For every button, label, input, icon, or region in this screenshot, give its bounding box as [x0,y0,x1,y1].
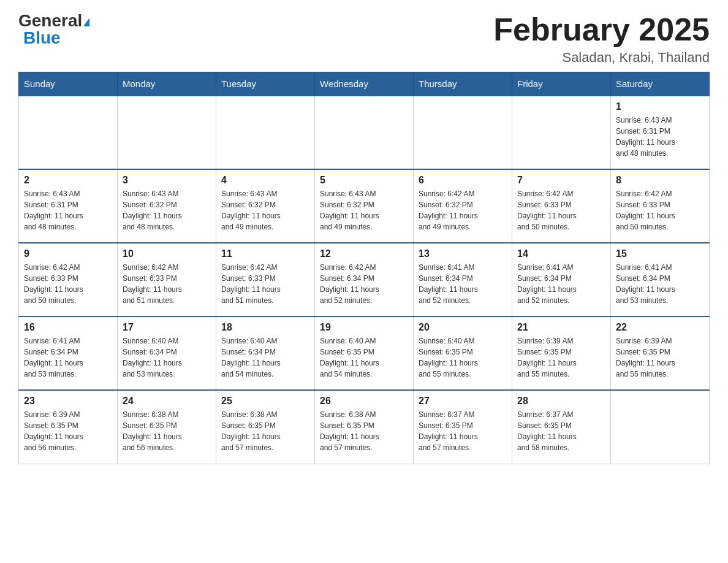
calendar-table: SundayMondayTuesdayWednesdayThursdayFrid… [18,72,710,464]
day-number: 12 [320,248,408,259]
day-info: Sunrise: 6:39 AMSunset: 6:35 PMDaylight:… [616,335,704,380]
logo: General Blue [18,12,89,47]
logo-blue-text: Blue [23,29,61,47]
day-of-week-header: Friday [512,72,611,96]
day-number: 18 [221,322,309,333]
day-number: 5 [320,175,408,186]
calendar-cell: 27Sunrise: 6:37 AMSunset: 6:35 PMDayligh… [414,390,512,464]
day-number: 10 [123,248,211,259]
day-of-week-header: Saturday [611,72,710,96]
calendar-week-row: 16Sunrise: 6:41 AMSunset: 6:34 PMDayligh… [19,316,710,390]
day-info: Sunrise: 6:38 AMSunset: 6:35 PMDaylight:… [320,409,408,453]
day-info: Sunrise: 6:42 AMSunset: 6:33 PMDaylight:… [517,188,605,232]
day-number: 20 [419,322,507,333]
day-info: Sunrise: 6:41 AMSunset: 6:34 PMDaylight:… [419,262,507,306]
calendar-cell [216,96,315,169]
calendar-cell: 17Sunrise: 6:40 AMSunset: 6:34 PMDayligh… [118,316,216,390]
day-number: 19 [320,322,408,333]
day-info: Sunrise: 6:41 AMSunset: 6:34 PMDaylight:… [24,335,112,380]
calendar-cell: 10Sunrise: 6:42 AMSunset: 6:33 PMDayligh… [118,243,216,316]
day-info: Sunrise: 6:39 AMSunset: 6:35 PMDaylight:… [517,335,605,380]
day-number: 26 [320,396,408,407]
calendar-cell: 1Sunrise: 6:43 AMSunset: 6:31 PMDaylight… [611,96,710,169]
day-info: Sunrise: 6:38 AMSunset: 6:35 PMDaylight:… [123,409,211,453]
calendar-cell: 2Sunrise: 6:43 AMSunset: 6:31 PMDaylight… [19,169,118,243]
calendar-cell: 3Sunrise: 6:43 AMSunset: 6:32 PMDaylight… [118,169,216,243]
day-of-week-header: Tuesday [216,72,315,96]
logo-triangle-icon [83,18,89,26]
day-number: 23 [24,396,112,407]
day-info: Sunrise: 6:41 AMSunset: 6:34 PMDaylight:… [616,262,704,306]
calendar-cell: 5Sunrise: 6:43 AMSunset: 6:32 PMDaylight… [315,169,414,243]
day-info: Sunrise: 6:37 AMSunset: 6:35 PMDaylight:… [517,409,605,453]
logo-general-text: General [18,12,89,29]
calendar-cell: 4Sunrise: 6:43 AMSunset: 6:32 PMDaylight… [216,169,315,243]
calendar-cell [414,96,512,169]
day-of-week-header: Wednesday [315,72,414,96]
day-info: Sunrise: 6:43 AMSunset: 6:32 PMDaylight:… [320,188,408,232]
day-number: 11 [221,248,309,259]
day-info: Sunrise: 6:37 AMSunset: 6:35 PMDaylight:… [419,409,507,453]
day-info: Sunrise: 6:40 AMSunset: 6:34 PMDaylight:… [221,335,309,380]
calendar-cell [118,96,216,169]
calendar-cell: 28Sunrise: 6:37 AMSunset: 6:35 PMDayligh… [512,390,611,464]
calendar-cell: 8Sunrise: 6:42 AMSunset: 6:33 PMDaylight… [611,169,710,243]
calendar-week-row: 9Sunrise: 6:42 AMSunset: 6:33 PMDaylight… [19,243,710,316]
calendar-cell [315,96,414,169]
day-number: 8 [616,175,704,186]
month-title: February 2025 [493,12,710,47]
day-number: 17 [123,322,211,333]
day-number: 27 [419,396,507,407]
day-info: Sunrise: 6:42 AMSunset: 6:33 PMDaylight:… [123,262,211,306]
calendar-cell: 25Sunrise: 6:38 AMSunset: 6:35 PMDayligh… [216,390,315,464]
day-info: Sunrise: 6:39 AMSunset: 6:35 PMDaylight:… [24,409,112,453]
calendar-cell [512,96,611,169]
calendar-cell: 13Sunrise: 6:41 AMSunset: 6:34 PMDayligh… [414,243,512,316]
day-info: Sunrise: 6:42 AMSunset: 6:33 PMDaylight:… [24,262,112,306]
day-number: 14 [517,248,605,259]
day-of-week-header: Sunday [19,72,118,96]
calendar-cell: 11Sunrise: 6:42 AMSunset: 6:33 PMDayligh… [216,243,315,316]
day-number: 1 [616,101,704,112]
day-info: Sunrise: 6:38 AMSunset: 6:35 PMDaylight:… [221,409,309,453]
day-info: Sunrise: 6:43 AMSunset: 6:31 PMDaylight:… [24,188,112,232]
calendar-cell: 9Sunrise: 6:42 AMSunset: 6:33 PMDaylight… [19,243,118,316]
day-info: Sunrise: 6:41 AMSunset: 6:34 PMDaylight:… [517,262,605,306]
day-number: 16 [24,322,112,333]
day-info: Sunrise: 6:42 AMSunset: 6:33 PMDaylight:… [221,262,309,306]
day-info: Sunrise: 6:43 AMSunset: 6:32 PMDaylight:… [221,188,309,232]
day-number: 21 [517,322,605,333]
day-of-week-header: Monday [118,72,216,96]
calendar-week-row: 2Sunrise: 6:43 AMSunset: 6:31 PMDaylight… [19,169,710,243]
day-info: Sunrise: 6:43 AMSunset: 6:32 PMDaylight:… [123,188,211,232]
day-number: 3 [123,175,211,186]
day-info: Sunrise: 6:43 AMSunset: 6:31 PMDaylight:… [616,115,704,159]
calendar-cell: 18Sunrise: 6:40 AMSunset: 6:34 PMDayligh… [216,316,315,390]
calendar-cell: 26Sunrise: 6:38 AMSunset: 6:35 PMDayligh… [315,390,414,464]
location-subtitle: Saladan, Krabi, Thailand [493,50,710,66]
calendar-cell: 16Sunrise: 6:41 AMSunset: 6:34 PMDayligh… [19,316,118,390]
page-header: General Blue February 2025 Saladan, Krab… [18,12,710,66]
calendar-cell: 24Sunrise: 6:38 AMSunset: 6:35 PMDayligh… [118,390,216,464]
calendar-cell: 22Sunrise: 6:39 AMSunset: 6:35 PMDayligh… [611,316,710,390]
calendar-cell [19,96,118,169]
day-info: Sunrise: 6:42 AMSunset: 6:33 PMDaylight:… [616,188,704,232]
calendar-week-row: 1Sunrise: 6:43 AMSunset: 6:31 PMDaylight… [19,96,710,169]
title-block: February 2025 Saladan, Krabi, Thailand [493,12,710,66]
calendar-cell: 20Sunrise: 6:40 AMSunset: 6:35 PMDayligh… [414,316,512,390]
calendar-week-row: 23Sunrise: 6:39 AMSunset: 6:35 PMDayligh… [19,390,710,464]
calendar-header-row: SundayMondayTuesdayWednesdayThursdayFrid… [19,72,710,96]
day-number: 2 [24,175,112,186]
day-number: 15 [616,248,704,259]
day-number: 13 [419,248,507,259]
day-info: Sunrise: 6:40 AMSunset: 6:34 PMDaylight:… [123,335,211,380]
day-info: Sunrise: 6:40 AMSunset: 6:35 PMDaylight:… [320,335,408,380]
day-number: 7 [517,175,605,186]
day-number: 9 [24,248,112,259]
day-number: 28 [517,396,605,407]
calendar-cell: 7Sunrise: 6:42 AMSunset: 6:33 PMDaylight… [512,169,611,243]
day-number: 22 [616,322,704,333]
day-number: 25 [221,396,309,407]
day-info: Sunrise: 6:42 AMSunset: 6:34 PMDaylight:… [320,262,408,306]
calendar-cell: 12Sunrise: 6:42 AMSunset: 6:34 PMDayligh… [315,243,414,316]
